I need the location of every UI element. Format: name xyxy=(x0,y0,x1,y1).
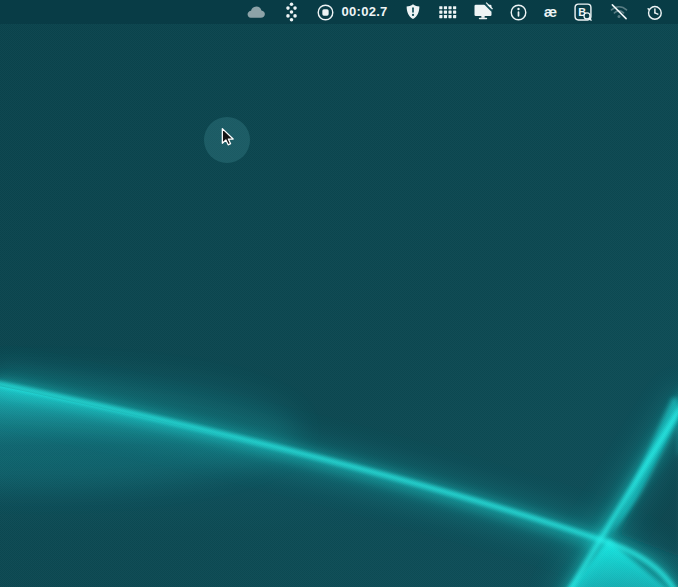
menubar-item-time-machine[interactable] xyxy=(637,0,672,24)
menubar-item-b-app[interactable]: B xyxy=(565,0,601,24)
menubar-item-screen-recording[interactable]: 00:02.7 xyxy=(308,0,395,24)
menubar-item-info[interactable] xyxy=(501,0,536,24)
menubar-item-dots-diamond[interactable] xyxy=(275,0,308,24)
display-icon xyxy=(473,2,493,22)
keyboard-layout-label: æ xyxy=(544,0,557,24)
b-app-badge-icon: B xyxy=(573,2,593,22)
recording-timer: 00:02.7 xyxy=(341,0,387,24)
dots-diamond-icon xyxy=(283,2,300,22)
info-icon xyxy=(509,3,528,22)
desktop[interactable]: 00:02.7 xyxy=(0,0,678,587)
menubar-item-security-shield[interactable] xyxy=(396,0,430,24)
cloud-icon xyxy=(245,4,267,20)
menubar-item-wifi-off[interactable] xyxy=(601,0,637,24)
menubar-item-keyboard-layout[interactable]: æ xyxy=(536,0,565,24)
desktop-wallpaper xyxy=(0,0,678,587)
mouse-cursor xyxy=(219,127,239,147)
menubar-item-app-grid[interactable] xyxy=(430,0,465,24)
wifi-off-icon xyxy=(609,2,629,22)
menubar-item-cloud[interactable] xyxy=(237,0,275,24)
menu-bar: 00:02.7 xyxy=(0,0,678,24)
grid-icon xyxy=(438,4,457,20)
stop-record-icon xyxy=(316,3,335,22)
shield-alert-icon xyxy=(404,2,422,22)
menubar-item-display[interactable] xyxy=(465,0,501,24)
time-machine-icon xyxy=(645,3,664,22)
